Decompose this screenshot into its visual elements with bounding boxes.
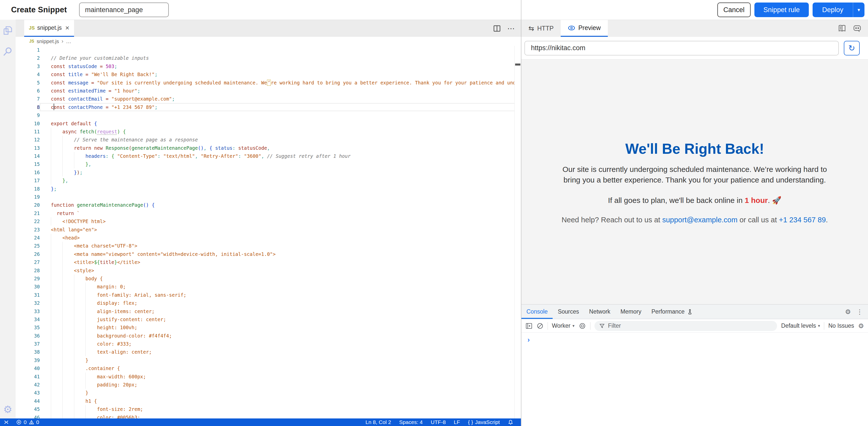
devtools-menu-icon[interactable]: ⋮ bbox=[857, 309, 863, 315]
code-line[interactable]: 8const contactPhone = "+1 234 567 89"; bbox=[16, 103, 521, 111]
code-line[interactable]: 20function generateMaintenancePage() { bbox=[16, 201, 521, 209]
live-expression-eye-icon[interactable] bbox=[579, 322, 586, 330]
code-line[interactable]: 16 }); bbox=[16, 168, 521, 176]
cancel-button[interactable]: Cancel bbox=[717, 2, 751, 17]
editor-scrollbar[interactable] bbox=[514, 46, 521, 419]
eol-setting[interactable]: LF bbox=[454, 419, 460, 425]
console-settings-icon[interactable]: ⚙ bbox=[858, 323, 864, 329]
deploy-button[interactable]: Deploy bbox=[813, 2, 853, 17]
devtools-tab-network[interactable]: Network bbox=[584, 305, 615, 319]
more-actions-icon[interactable]: ⋯ bbox=[507, 25, 515, 32]
discord-icon[interactable] bbox=[853, 24, 862, 32]
devtools-tab-memory[interactable]: Memory bbox=[615, 305, 646, 319]
code-line[interactable]: 23<html lang="en"> bbox=[16, 226, 521, 234]
support-email-link[interactable]: support@example.com bbox=[662, 216, 738, 224]
code-line[interactable]: 33 align-items: center; bbox=[16, 307, 521, 315]
deploy-dropdown-button[interactable]: ▾ bbox=[853, 2, 865, 17]
files-icon[interactable] bbox=[2, 25, 13, 36]
code-line[interactable]: 11 async fetch(request) { bbox=[16, 127, 521, 136]
context-selector[interactable]: Worker ▾ bbox=[552, 322, 575, 329]
console-output[interactable]: › bbox=[521, 333, 868, 426]
code-line[interactable]: 3const statusCode = 503; bbox=[16, 62, 521, 70]
code-line[interactable]: 34 justify-content: center; bbox=[16, 315, 521, 323]
devtools-settings-icon[interactable]: ⚙ bbox=[845, 309, 851, 315]
code-line[interactable]: 36 background-color: #f4f4f4; bbox=[16, 332, 521, 340]
code-line[interactable]: 42 padding: 20px; bbox=[16, 380, 521, 389]
tab-http[interactable]: ⇆ HTTP bbox=[521, 20, 561, 37]
devtools-tab-performance[interactable]: Performance bbox=[646, 305, 698, 319]
code-line[interactable]: 2// Define your customizable inputs bbox=[16, 54, 521, 62]
code-line[interactable]: 18}; bbox=[16, 185, 521, 193]
tab-close-icon[interactable]: × bbox=[65, 24, 69, 31]
devtools-tab-console[interactable]: Console bbox=[521, 305, 553, 319]
code-line[interactable]: 5const message = "Our site is currently … bbox=[16, 79, 521, 87]
devtools-tab-label: Memory bbox=[620, 308, 641, 315]
problems-indicator[interactable]: 0 0 bbox=[16, 419, 39, 425]
code-line[interactable]: 24 <head> bbox=[16, 234, 521, 242]
code-line[interactable]: 12 // Serve the maintenance page as a re… bbox=[16, 136, 521, 144]
cursor-position[interactable]: Ln 8, Col 2 bbox=[366, 419, 391, 425]
phone-link[interactable]: +1 234 567 89 bbox=[779, 216, 826, 224]
code-line[interactable]: 15 }, bbox=[16, 160, 521, 168]
console-filter-input[interactable]: Filter bbox=[594, 321, 777, 331]
code-line[interactable]: 37 color: #333; bbox=[16, 340, 521, 348]
issues-counter[interactable]: No Issues bbox=[828, 322, 854, 329]
code-line[interactable]: 38 text-align: center; bbox=[16, 348, 521, 356]
remote-indicator-icon[interactable] bbox=[3, 420, 9, 425]
devtools-tab-sources[interactable]: Sources bbox=[553, 305, 584, 319]
language-mode[interactable]: { } JavaScript bbox=[468, 419, 500, 425]
code-line[interactable]: 46 color: #0056b3; bbox=[16, 414, 521, 419]
code-line[interactable]: 25 <meta charset="UTF-8"> bbox=[16, 242, 521, 250]
code-line[interactable]: 19 bbox=[16, 193, 521, 201]
code-line[interactable]: 27 <title>${title}</title> bbox=[16, 258, 521, 266]
code-line[interactable]: 7const contactEmail = "support@example.c… bbox=[16, 95, 521, 103]
snippet-rule-button[interactable]: Snippet rule bbox=[754, 2, 809, 17]
docs-book-icon[interactable] bbox=[838, 24, 846, 32]
code-line[interactable]: 21 return ` bbox=[16, 209, 521, 217]
code-line[interactable]: 45 font-size: 2rem; bbox=[16, 405, 521, 413]
console-prompt-chevron[interactable]: › bbox=[527, 336, 868, 343]
code-line[interactable]: 39 } bbox=[16, 356, 521, 364]
code-line[interactable]: 14 headers: { "Content-Type": "text/html… bbox=[16, 152, 521, 160]
indentation-setting[interactable]: Spaces: 4 bbox=[399, 419, 423, 425]
code-line[interactable]: 43 } bbox=[16, 389, 521, 397]
tab-snippet-js[interactable]: JS snippet.js × bbox=[24, 20, 74, 37]
code-editor[interactable]: 12// Define your customizable inputs3con… bbox=[16, 46, 521, 419]
code-line[interactable]: 17 }, bbox=[16, 176, 521, 184]
breadcrumb-file[interactable]: snippet.js bbox=[37, 38, 59, 45]
preview-url-input[interactable] bbox=[524, 41, 839, 55]
settings-gear-icon[interactable]: ⚙ bbox=[3, 404, 12, 415]
line-number: 37 bbox=[16, 340, 40, 348]
breadcrumb-more[interactable]: … bbox=[66, 38, 71, 45]
code-line[interactable]: 28 <style> bbox=[16, 266, 521, 275]
code-line[interactable]: 41 max-width: 600px; bbox=[16, 373, 521, 380]
devtools-tabs: ConsoleSourcesNetworkMemoryPerformance ⚙… bbox=[521, 305, 868, 319]
notifications-bell-icon[interactable] bbox=[508, 420, 513, 425]
code-line[interactable]: 10export default { bbox=[16, 119, 521, 127]
snippet-name-input[interactable] bbox=[79, 2, 169, 17]
code-line[interactable]: 29 body { bbox=[16, 275, 521, 283]
code-line[interactable]: 9 bbox=[16, 111, 521, 119]
code-line[interactable]: 30 margin: 0; bbox=[16, 283, 521, 291]
tab-preview[interactable]: Preview bbox=[561, 20, 608, 37]
reload-button[interactable]: ↻ bbox=[844, 41, 860, 55]
code-line[interactable]: 32 display: flex; bbox=[16, 299, 521, 307]
code-line[interactable]: 35 height: 100vh; bbox=[16, 323, 521, 332]
code-line[interactable]: 13 return new Response(generateMaintenan… bbox=[16, 144, 521, 152]
error-icon bbox=[16, 420, 22, 425]
log-levels-dropdown[interactable]: Default levels ▾ bbox=[781, 322, 820, 329]
code-line[interactable]: 31 font-family: Arial, sans-serif; bbox=[16, 291, 521, 299]
code-line[interactable]: 6const estimatedTime = "1 hour"; bbox=[16, 87, 521, 95]
breadcrumb[interactable]: JS snippet.js › … bbox=[16, 37, 521, 46]
code-line[interactable]: 44 h1 { bbox=[16, 397, 521, 405]
code-line[interactable]: 22 <!DOCTYPE html> bbox=[16, 217, 521, 225]
clear-console-icon[interactable] bbox=[536, 322, 544, 330]
search-icon[interactable] bbox=[2, 47, 13, 57]
split-editor-icon[interactable] bbox=[493, 25, 501, 32]
code-line[interactable]: 4const title = "We'll Be Right Back!"; bbox=[16, 70, 521, 78]
encoding-setting[interactable]: UTF-8 bbox=[431, 419, 446, 425]
code-line[interactable]: 40 .container { bbox=[16, 364, 521, 372]
console-sidebar-toggle-icon[interactable] bbox=[525, 322, 532, 330]
code-line[interactable]: 1 bbox=[16, 46, 521, 54]
code-line[interactable]: 26 <meta name="viewport" content="width=… bbox=[16, 250, 521, 258]
